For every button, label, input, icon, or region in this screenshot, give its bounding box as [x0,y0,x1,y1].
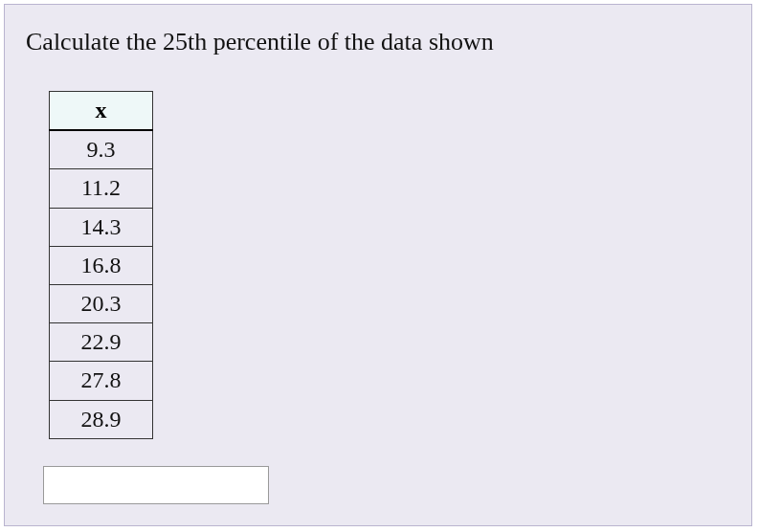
data-cell: 9.3 [50,130,153,169]
data-cell: 20.3 [50,284,153,322]
data-cell: 16.8 [50,246,153,284]
column-header-x: x [50,92,153,131]
table-row: 28.9 [50,400,153,438]
data-cell: 28.9 [50,400,153,438]
data-cell: 11.2 [50,169,153,208]
table-row: 11.2 [50,169,153,208]
table-row: 27.8 [50,362,153,400]
table-row: 20.3 [50,284,153,322]
question-panel: Calculate the 25th percentile of the dat… [4,4,752,526]
table-header-row: x [50,92,153,131]
question-text: Calculate the 25th percentile of the dat… [26,28,732,56]
data-cell: 14.3 [50,208,153,246]
data-cell: 27.8 [50,362,153,400]
table-row: 14.3 [50,208,153,246]
answer-input[interactable] [43,466,269,504]
table-row: 22.9 [50,323,153,362]
data-cell: 22.9 [50,323,153,362]
table-row: 16.8 [50,246,153,284]
table-row: 9.3 [50,130,153,169]
data-table: x 9.3 11.2 14.3 16.8 20.3 22.9 27.8 28.9 [49,91,153,439]
